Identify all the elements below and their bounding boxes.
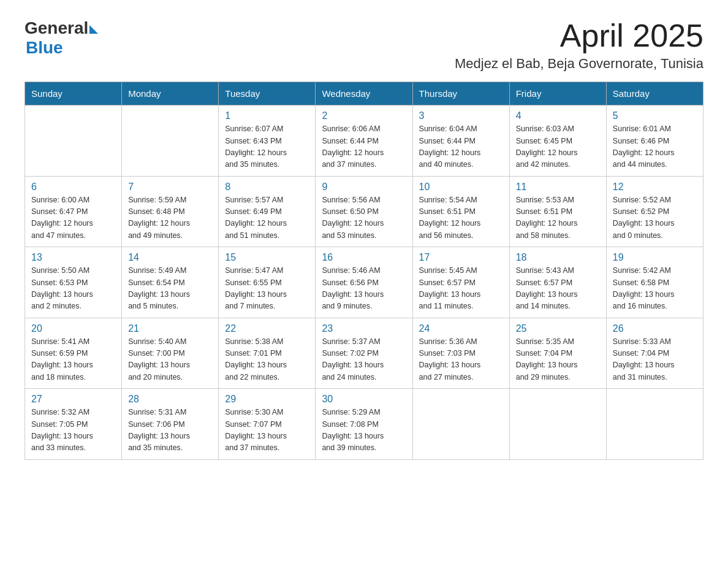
day-info: Sunrise: 5:41 AM Sunset: 6:59 PM Dayligh…: [31, 336, 115, 384]
day-number: 9: [322, 182, 406, 193]
calendar-table: SundayMondayTuesdayWednesdayThursdayFrid…: [25, 82, 703, 460]
day-info: Sunrise: 6:03 AM Sunset: 6:45 PM Dayligh…: [516, 123, 600, 171]
day-info: Sunrise: 6:01 AM Sunset: 6:46 PM Dayligh…: [613, 123, 697, 171]
day-info: Sunrise: 6:06 AM Sunset: 6:44 PM Dayligh…: [322, 123, 406, 171]
day-number: 4: [516, 110, 600, 121]
day-info: Sunrise: 5:29 AM Sunset: 7:08 PM Dayligh…: [322, 407, 406, 454]
day-number: 3: [419, 110, 503, 121]
day-info: Sunrise: 6:07 AM Sunset: 6:43 PM Dayligh…: [225, 123, 309, 171]
weekday-header-wednesday: Wednesday: [316, 82, 412, 105]
calendar-cell: 1Sunrise: 6:07 AM Sunset: 6:43 PM Daylig…: [219, 105, 316, 177]
header: General Blue April 2025 Medjez el Bab, B…: [25, 18, 703, 72]
day-info: Sunrise: 5:54 AM Sunset: 6:51 PM Dayligh…: [419, 194, 503, 242]
weekday-header-tuesday: Tuesday: [219, 82, 316, 105]
week-row-5: 27Sunrise: 5:32 AM Sunset: 7:05 PM Dayli…: [25, 389, 703, 460]
calendar-cell: 20Sunrise: 5:41 AM Sunset: 6:59 PM Dayli…: [25, 318, 122, 389]
calendar-cell: 9Sunrise: 5:56 AM Sunset: 6:50 PM Daylig…: [316, 176, 412, 247]
calendar-cell: [25, 105, 122, 177]
week-row-2: 6Sunrise: 6:00 AM Sunset: 6:47 PM Daylig…: [25, 176, 703, 247]
calendar-cell: 24Sunrise: 5:36 AM Sunset: 7:03 PM Dayli…: [412, 318, 509, 389]
day-number: 25: [516, 323, 600, 334]
weekday-header-sunday: Sunday: [25, 82, 122, 105]
day-number: 29: [225, 394, 309, 405]
calendar-cell: 22Sunrise: 5:38 AM Sunset: 7:01 PM Dayli…: [219, 318, 316, 389]
day-info: Sunrise: 5:38 AM Sunset: 7:01 PM Dayligh…: [225, 336, 309, 384]
weekday-header-saturday: Saturday: [606, 82, 703, 105]
day-info: Sunrise: 5:40 AM Sunset: 7:00 PM Dayligh…: [128, 336, 212, 384]
day-info: Sunrise: 5:32 AM Sunset: 7:05 PM Dayligh…: [31, 407, 115, 454]
day-info: Sunrise: 5:59 AM Sunset: 6:48 PM Dayligh…: [128, 194, 212, 242]
day-number: 28: [128, 394, 212, 405]
calendar-cell: 2Sunrise: 6:06 AM Sunset: 6:44 PM Daylig…: [316, 105, 412, 177]
day-number: 5: [613, 110, 697, 121]
calendar-cell: 21Sunrise: 5:40 AM Sunset: 7:00 PM Dayli…: [122, 318, 219, 389]
day-info: Sunrise: 5:50 AM Sunset: 6:53 PM Dayligh…: [31, 265, 115, 313]
day-number: 12: [613, 182, 697, 193]
weekday-header-monday: Monday: [122, 82, 219, 105]
day-number: 17: [419, 252, 503, 263]
logo-blue-text: Blue: [26, 38, 63, 58]
day-number: 8: [225, 182, 309, 193]
week-row-4: 20Sunrise: 5:41 AM Sunset: 6:59 PM Dayli…: [25, 318, 703, 389]
calendar-cell: 27Sunrise: 5:32 AM Sunset: 7:05 PM Dayli…: [25, 389, 122, 460]
day-info: Sunrise: 5:33 AM Sunset: 7:04 PM Dayligh…: [613, 336, 697, 384]
day-info: Sunrise: 5:49 AM Sunset: 6:54 PM Dayligh…: [128, 265, 212, 313]
day-number: 23: [322, 323, 406, 334]
day-info: Sunrise: 5:35 AM Sunset: 7:04 PM Dayligh…: [516, 336, 600, 384]
logo-general-text: General: [25, 18, 88, 38]
day-info: Sunrise: 5:57 AM Sunset: 6:49 PM Dayligh…: [225, 194, 309, 242]
day-info: Sunrise: 6:04 AM Sunset: 6:44 PM Dayligh…: [419, 123, 503, 171]
day-number: 20: [31, 323, 115, 334]
calendar-cell: 11Sunrise: 5:53 AM Sunset: 6:51 PM Dayli…: [509, 176, 606, 247]
calendar-cell: 19Sunrise: 5:42 AM Sunset: 6:58 PM Dayli…: [606, 247, 703, 318]
day-info: Sunrise: 5:43 AM Sunset: 6:57 PM Dayligh…: [516, 265, 600, 313]
title-block: April 2025 Medjez el Bab, Beja Governora…: [455, 18, 703, 72]
day-number: 22: [225, 323, 309, 334]
day-number: 7: [128, 182, 212, 193]
day-info: Sunrise: 5:53 AM Sunset: 6:51 PM Dayligh…: [516, 194, 600, 242]
day-number: 2: [322, 110, 406, 121]
calendar-cell: 26Sunrise: 5:33 AM Sunset: 7:04 PM Dayli…: [606, 318, 703, 389]
day-info: Sunrise: 5:45 AM Sunset: 6:57 PM Dayligh…: [419, 265, 503, 313]
weekday-header-thursday: Thursday: [412, 82, 509, 105]
day-info: Sunrise: 5:46 AM Sunset: 6:56 PM Dayligh…: [322, 265, 406, 313]
calendar-cell: 7Sunrise: 5:59 AM Sunset: 6:48 PM Daylig…: [122, 176, 219, 247]
month-title: April 2025: [455, 18, 703, 53]
calendar-cell: 17Sunrise: 5:45 AM Sunset: 6:57 PM Dayli…: [412, 247, 509, 318]
day-number: 10: [419, 182, 503, 193]
day-number: 6: [31, 182, 115, 193]
calendar-cell: 14Sunrise: 5:49 AM Sunset: 6:54 PM Dayli…: [122, 247, 219, 318]
day-info: Sunrise: 5:36 AM Sunset: 7:03 PM Dayligh…: [419, 336, 503, 384]
day-number: 24: [419, 323, 503, 334]
day-number: 21: [128, 323, 212, 334]
day-info: Sunrise: 5:47 AM Sunset: 6:55 PM Dayligh…: [225, 265, 309, 313]
day-number: 14: [128, 252, 212, 263]
day-number: 26: [613, 323, 697, 334]
day-info: Sunrise: 6:00 AM Sunset: 6:47 PM Dayligh…: [31, 194, 115, 242]
calendar-cell: 16Sunrise: 5:46 AM Sunset: 6:56 PM Dayli…: [316, 247, 412, 318]
day-info: Sunrise: 5:37 AM Sunset: 7:02 PM Dayligh…: [322, 336, 406, 384]
calendar-cell: 18Sunrise: 5:43 AM Sunset: 6:57 PM Dayli…: [509, 247, 606, 318]
calendar-cell: 23Sunrise: 5:37 AM Sunset: 7:02 PM Dayli…: [316, 318, 412, 389]
weekday-header-friday: Friday: [509, 82, 606, 105]
calendar-cell: 29Sunrise: 5:30 AM Sunset: 7:07 PM Dayli…: [219, 389, 316, 460]
day-info: Sunrise: 5:52 AM Sunset: 6:52 PM Dayligh…: [613, 194, 697, 242]
calendar-cell: 15Sunrise: 5:47 AM Sunset: 6:55 PM Dayli…: [219, 247, 316, 318]
calendar-cell: 30Sunrise: 5:29 AM Sunset: 7:08 PM Dayli…: [316, 389, 412, 460]
location-title: Medjez el Bab, Beja Governorate, Tunisia: [455, 56, 703, 72]
day-number: 18: [516, 252, 600, 263]
calendar-cell: 12Sunrise: 5:52 AM Sunset: 6:52 PM Dayli…: [606, 176, 703, 247]
week-row-1: 1Sunrise: 6:07 AM Sunset: 6:43 PM Daylig…: [25, 105, 703, 177]
day-number: 13: [31, 252, 115, 263]
weekday-header-row: SundayMondayTuesdayWednesdayThursdayFrid…: [25, 82, 703, 105]
week-row-3: 13Sunrise: 5:50 AM Sunset: 6:53 PM Dayli…: [25, 247, 703, 318]
day-number: 30: [322, 394, 406, 405]
day-number: 11: [516, 182, 600, 193]
day-number: 15: [225, 252, 309, 263]
calendar-cell: 25Sunrise: 5:35 AM Sunset: 7:04 PM Dayli…: [509, 318, 606, 389]
calendar-cell: [122, 105, 219, 177]
calendar-cell: [509, 389, 606, 460]
calendar-cell: 10Sunrise: 5:54 AM Sunset: 6:51 PM Dayli…: [412, 176, 509, 247]
calendar-cell: [412, 389, 509, 460]
day-number: 19: [613, 252, 697, 263]
